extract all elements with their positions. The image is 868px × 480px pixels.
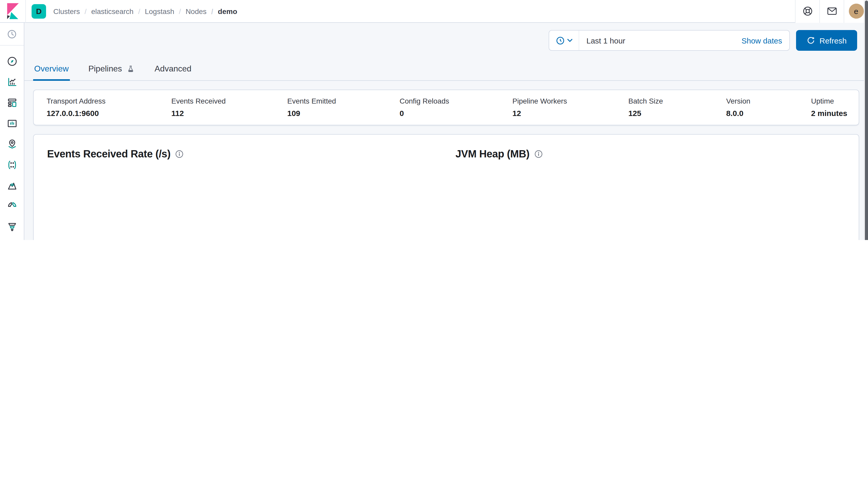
time-range-value[interactable]: Last 1 hour <box>579 31 741 50</box>
tab-bar: Overview Pipelines Advanced <box>24 55 868 81</box>
recents-icon <box>6 28 18 40</box>
scrollbar-thumb[interactable] <box>865 1 868 240</box>
page-scrollbar <box>864 0 868 240</box>
machine-learning-icon <box>6 159 18 171</box>
stat-value: 2 minutes <box>811 109 847 118</box>
breadcrumb-clusters[interactable]: Clusters <box>53 7 80 15</box>
tab-overview[interactable]: Overview <box>33 60 70 81</box>
chart-events-received-rate: Events Received Rate (/s) 1.01 /s1.01 /s… <box>47 148 437 240</box>
chart-jvm-heap: JVM Heap (MB) 1.1 GB953.7 MB762.9 MB572.… <box>456 148 845 240</box>
sidebar-item-machine-learning[interactable] <box>3 155 21 174</box>
tab-advanced[interactable]: Advanced <box>153 60 192 81</box>
stat-label: Uptime <box>811 97 847 105</box>
app-sidebar <box>0 23 24 240</box>
stat-version: Version 8.0.0 <box>726 97 811 118</box>
quick-select-button[interactable] <box>549 31 579 50</box>
visualize-icon <box>6 76 18 88</box>
stat-value: 112 <box>171 109 287 118</box>
stat-value: 8.0.0 <box>726 109 811 118</box>
kibana-logo-icon <box>5 3 20 20</box>
refresh-icon <box>806 36 815 44</box>
stat-value: 109 <box>287 109 400 118</box>
stat-label: Pipeline Workers <box>513 97 628 105</box>
stat-config-reloads: Config Reloads 0 <box>400 97 513 118</box>
kibana-monitoring-page: D Clusters elasticsearch Logstash Nodes … <box>0 0 868 240</box>
tab-pipelines-label: Pipelines <box>88 64 122 73</box>
stat-label: Config Reloads <box>400 97 513 105</box>
newsfeed-button[interactable] <box>819 0 844 23</box>
sidebar-recents[interactable] <box>0 23 24 46</box>
chart-title: Events Received Rate (/s) <box>47 148 170 160</box>
node-summary-bar: Transport Address 127.0.0.1:9600 Events … <box>33 90 859 125</box>
charts-panel: Events Received Rate (/s) 1.01 /s1.01 /s… <box>33 134 859 240</box>
canvas-icon <box>6 117 18 129</box>
tab-pipelines[interactable]: Pipelines <box>87 60 136 81</box>
avatar: e <box>848 4 864 19</box>
stat-value: 125 <box>628 109 726 118</box>
sidebar-item-discover[interactable] <box>3 52 21 70</box>
stat-label: Transport Address <box>46 97 171 105</box>
envelope-icon <box>826 5 838 17</box>
stat-label: Events Emitted <box>287 97 400 105</box>
metrics-icon <box>6 179 18 191</box>
help-button[interactable] <box>795 0 819 23</box>
query-toolbar: Last 1 hour Show dates Refresh <box>24 23 868 51</box>
stat-label: Events Received <box>171 97 287 105</box>
breadcrumb: Clusters elasticsearch Logstash Nodes de… <box>53 7 237 15</box>
tab-advanced-label: Advanced <box>155 64 191 73</box>
header-actions: e <box>795 0 868 23</box>
apm-icon <box>6 200 18 212</box>
top-header: D Clusters elasticsearch Logstash Nodes … <box>0 0 868 23</box>
tab-overview-label: Overview <box>34 64 69 73</box>
maps-icon <box>6 138 18 150</box>
sidebar-item-metrics[interactable] <box>3 176 21 195</box>
discover-icon <box>6 55 18 67</box>
stat-transport-address: Transport Address 127.0.0.1:9600 <box>46 97 171 118</box>
sidebar-item-uptime[interactable] <box>3 238 21 240</box>
breadcrumb-cluster-name[interactable]: elasticsearch <box>80 7 133 15</box>
breadcrumb-node-name: demo <box>207 7 237 15</box>
stat-label: Batch Size <box>628 97 726 105</box>
chevron-down-icon <box>567 38 572 42</box>
stat-events-received: Events Received 112 <box>171 97 287 118</box>
breadcrumb-nodes[interactable]: Nodes <box>174 7 207 15</box>
chart-title: JVM Heap (MB) <box>456 148 529 160</box>
stat-batch-size: Batch Size 125 <box>628 97 726 118</box>
show-dates-button[interactable]: Show dates <box>741 31 789 50</box>
refresh-label: Refresh <box>819 36 846 45</box>
space-badge[interactable]: D <box>32 4 46 19</box>
dashboard-icon <box>6 96 18 109</box>
stat-value: 12 <box>513 109 628 118</box>
main-content: Last 1 hour Show dates Refresh Overview … <box>24 23 868 240</box>
beaker-icon <box>126 64 135 73</box>
breadcrumb-logstash[interactable]: Logstash <box>133 7 174 15</box>
stat-value: 127.0.0.1:9600 <box>46 109 171 118</box>
sidebar-item-siem[interactable] <box>3 217 21 236</box>
life-buoy-icon <box>802 5 813 17</box>
clock-icon <box>556 36 564 45</box>
super-date-picker: Last 1 hour Show dates <box>549 30 790 51</box>
sidebar-item-apm[interactable] <box>3 197 21 215</box>
stat-events-emitted: Events Emitted 109 <box>287 97 400 118</box>
info-icon[interactable] <box>176 150 184 158</box>
stat-label: Version <box>726 97 811 105</box>
sidebar-item-visualize[interactable] <box>3 72 21 91</box>
stat-value: 0 <box>400 109 513 118</box>
siem-icon <box>6 221 18 233</box>
stat-uptime: Uptime 2 minutes <box>811 97 847 118</box>
sidebar-item-canvas[interactable] <box>3 114 21 132</box>
info-icon[interactable] <box>535 150 542 158</box>
refresh-button[interactable]: Refresh <box>796 30 857 51</box>
sidebar-item-maps[interactable] <box>3 134 21 153</box>
kibana-logo[interactable] <box>0 0 26 23</box>
stat-pipeline-workers: Pipeline Workers 12 <box>513 97 628 118</box>
sidebar-item-dashboard[interactable] <box>3 93 21 112</box>
